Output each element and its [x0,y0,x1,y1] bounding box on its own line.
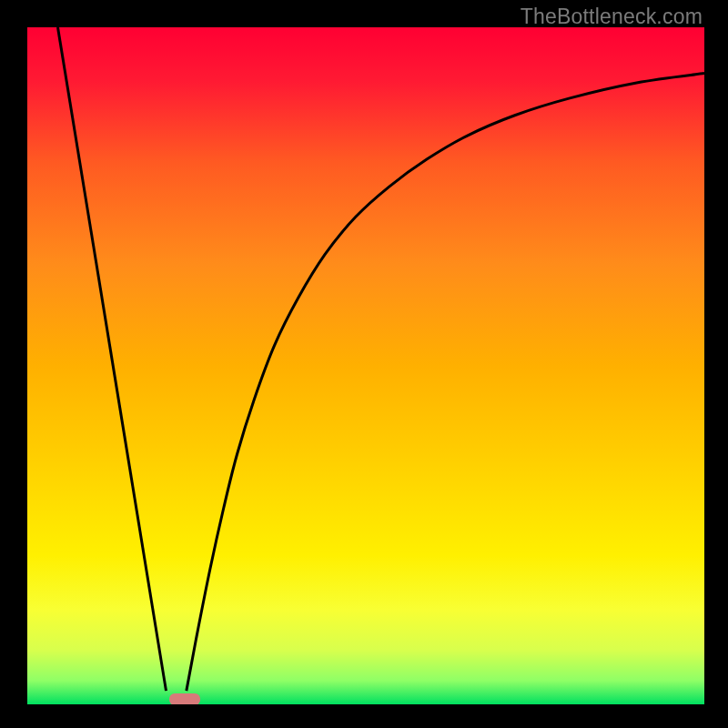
curve-layer [27,27,704,704]
watermark-text: TheBottleneck.com [521,5,703,29]
chart-frame: TheBottleneck.com [0,0,728,728]
plot-area [27,27,704,704]
curve-right [187,74,704,692]
curve-left [57,27,166,691]
bottleneck-marker [169,693,200,704]
